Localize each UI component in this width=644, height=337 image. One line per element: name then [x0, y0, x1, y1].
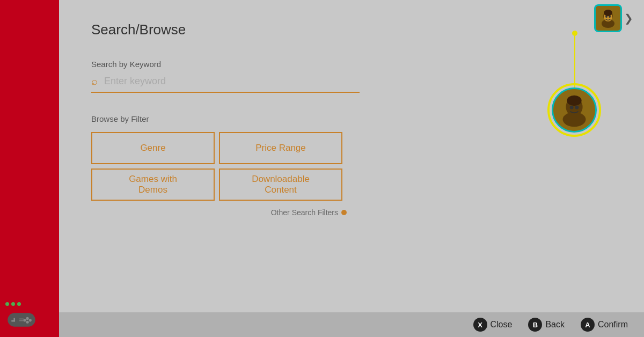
- filter-downloadable-content-button[interactable]: DownloadableContent: [219, 169, 342, 201]
- controller-icon: [5, 308, 38, 332]
- back-key-icon: B: [528, 318, 542, 332]
- search-box: ⌕: [91, 75, 360, 93]
- avatar-face-small: [596, 6, 620, 30]
- search-icon: ⌕: [91, 75, 98, 87]
- controller-area: [5, 302, 38, 332]
- filter-section-label: Browse by Filter: [91, 114, 612, 123]
- profile-circle-outer: [547, 83, 601, 137]
- svg-point-3: [26, 317, 29, 320]
- confirm-key-icon: A: [581, 318, 595, 332]
- close-label: Close: [491, 320, 513, 329]
- other-filters-label: Other Search Filters: [271, 208, 338, 217]
- confirm-action[interactable]: A Confirm: [581, 318, 628, 332]
- close-action[interactable]: X Close: [473, 318, 513, 332]
- controller-dots: [5, 302, 21, 306]
- svg-point-18: [563, 112, 586, 127]
- svg-point-15: [604, 10, 612, 16]
- profile-corner[interactable]: ❯: [594, 4, 633, 32]
- confirm-label: Confirm: [598, 320, 628, 329]
- main-content: Search/Browse Search by Keyword ⌕ Browse…: [59, 0, 644, 337]
- sidebar: [0, 0, 59, 337]
- dot-2: [11, 302, 15, 306]
- back-label: Back: [545, 320, 565, 329]
- back-action[interactable]: B Back: [528, 318, 565, 332]
- profile-large[interactable]: [547, 83, 601, 137]
- svg-point-22: [567, 96, 581, 106]
- bottom-bar: X Close B Back A Confirm: [59, 312, 644, 337]
- filter-grid: Genre Price Range Games withDemos Downlo…: [91, 132, 347, 201]
- profile-chevron-icon: ❯: [624, 12, 633, 25]
- filter-genre-button[interactable]: Genre: [91, 132, 215, 164]
- avatar-small: [594, 4, 622, 32]
- svg-rect-7: [19, 318, 24, 319]
- search-input[interactable]: [104, 76, 360, 87]
- svg-point-5: [23, 319, 26, 321]
- svg-rect-2: [11, 320, 15, 322]
- other-filters-dot: [341, 210, 347, 215]
- filter-games-with-demos-button[interactable]: Games withDemos: [91, 169, 215, 201]
- svg-point-4: [29, 319, 32, 321]
- filter-price-range-button[interactable]: Price Range: [219, 132, 342, 164]
- dot-3: [17, 302, 21, 306]
- close-key-icon: X: [473, 318, 487, 332]
- svg-point-6: [26, 321, 29, 324]
- svg-rect-8: [19, 320, 24, 321]
- avatar-face-large: [553, 89, 595, 131]
- page-title: Search/Browse: [91, 21, 612, 38]
- avatar-large: [552, 87, 597, 133]
- search-section-label: Search by Keyword: [91, 60, 612, 69]
- connector-line: [574, 31, 575, 90]
- svg-point-20: [570, 106, 574, 109]
- svg-point-21: [575, 106, 579, 109]
- other-filters[interactable]: Other Search Filters: [91, 208, 347, 217]
- dot-1: [5, 302, 9, 306]
